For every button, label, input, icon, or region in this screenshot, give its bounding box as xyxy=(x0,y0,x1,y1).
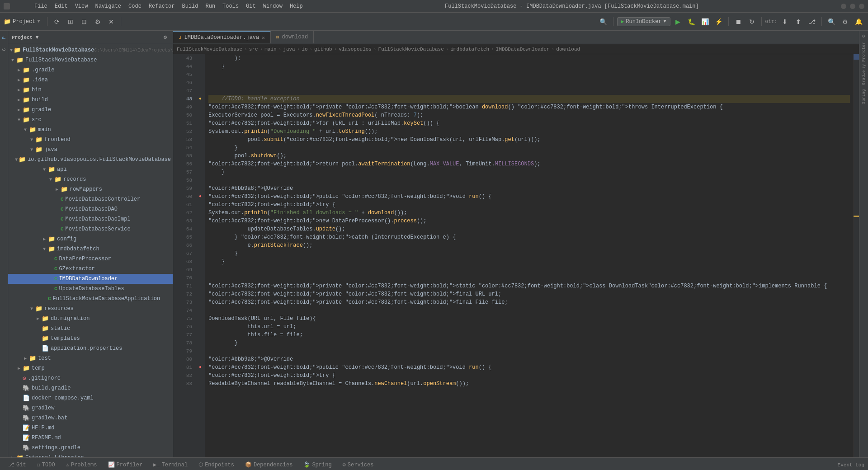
notifications-button[interactable]: 🔔 xyxy=(853,16,864,28)
code-line-62[interactable]: System.out.println("Finished all downloa… xyxy=(208,209,850,217)
code-line-69[interactable] xyxy=(208,266,850,274)
code-line-76[interactable]: this.url = url; xyxy=(208,323,850,331)
tree-item-6[interactable]: ▼📁src xyxy=(8,115,173,125)
tree-item-18[interactable]: ▶📁config xyxy=(8,234,173,244)
tree-item-32[interactable]: ⚙.gitignore xyxy=(8,373,173,383)
tree-item-9[interactable]: ▼📁java xyxy=(8,145,173,155)
find-button[interactable]: 🔍 xyxy=(826,16,837,28)
code-line-66[interactable]: e.printStackTrace(); xyxy=(208,241,850,249)
code-line-49[interactable]: "color:#cc7832;font-weight:bold;">privat… xyxy=(208,103,850,111)
menu-git[interactable]: Git xyxy=(246,3,256,9)
code-line-47[interactable] xyxy=(208,87,850,95)
code-line-55[interactable]: pool.shutdown(); xyxy=(208,152,850,160)
code-line-50[interactable]: ExecutorService pool = Executors.newFixe… xyxy=(208,111,850,119)
settings-button[interactable]: ⚙ xyxy=(92,16,104,28)
tree-item-34[interactable]: 📄docker-compose.yaml xyxy=(8,393,173,403)
code-line-54[interactable]: } xyxy=(208,144,850,152)
debug-button[interactable]: 🐛 xyxy=(686,16,698,28)
stop-button[interactable]: ⏹ xyxy=(732,16,744,28)
window-controls[interactable] xyxy=(841,4,864,9)
code-line-57[interactable]: } xyxy=(208,168,850,176)
bottom-tab-todo[interactable]: ☐ TODO xyxy=(33,459,60,470)
project-selector[interactable]: 📁 Project ▼ xyxy=(4,18,40,25)
tree-item-0[interactable]: ▼📁FullStackMovieDatabase xyxy=(8,55,173,65)
settings-gear-button[interactable]: ⚙ xyxy=(839,16,851,28)
bottom-tab-services[interactable]: ⚙ Services xyxy=(338,459,378,470)
tree-item-8[interactable]: ▼📁frontend xyxy=(8,135,173,145)
code-line-53[interactable]: pool.submit("color:#cc7832;font-weight:b… xyxy=(208,136,850,144)
tree-item-25[interactable]: ▼📁resources xyxy=(8,304,173,314)
tab-download[interactable]: m download xyxy=(271,31,314,43)
code-line-67[interactable]: } xyxy=(208,249,850,258)
code-line-74[interactable] xyxy=(208,306,850,315)
bottom-tab-dependencies[interactable]: 📦 Dependencies xyxy=(241,459,297,470)
tree-item-31[interactable]: ▶📁temp xyxy=(8,363,173,373)
collapse-button[interactable]: ⊟ xyxy=(78,16,90,28)
bc-io[interactable]: io xyxy=(302,47,307,52)
tree-item-27[interactable]: 📁static xyxy=(8,324,173,334)
left-tab-commit[interactable]: C xyxy=(0,46,8,53)
bottom-tab-endpoints[interactable]: ⬡ Endpoints xyxy=(194,459,239,470)
code-line-61[interactable]: "color:#cc7832;font-weight:bold;">try { xyxy=(208,201,850,209)
menu-edit[interactable]: Edit xyxy=(55,3,68,9)
tree-item-30[interactable]: ▶📁test xyxy=(8,353,173,363)
tree-item-36[interactable]: 🐘gradlew.bat xyxy=(8,413,173,423)
menu-file[interactable]: File xyxy=(34,3,47,9)
tree-item-13[interactable]: ▶📁rowMappers xyxy=(8,184,173,194)
code-line-77[interactable]: this.file = file; xyxy=(208,331,850,339)
code-line-64[interactable]: updateDatabaseTables.update(); xyxy=(208,225,850,233)
code-line-46[interactable] xyxy=(208,79,850,87)
tree-item-2[interactable]: ▶📁.idea xyxy=(8,75,173,85)
bc-src[interactable]: src xyxy=(249,47,258,52)
right-tab-gradle[interactable]: Gradle xyxy=(860,69,868,87)
tree-item-3[interactable]: ▶📁bin xyxy=(8,85,173,95)
code-line-71[interactable]: "color:#cc7832;font-weight:bold;">privat… xyxy=(208,282,850,290)
tree-item-10[interactable]: ▼📁io.github.vlasopoulos.FullStackMovieDa… xyxy=(8,155,173,164)
tree-item-5[interactable]: ▶📁gradle xyxy=(8,105,173,115)
code-line-70[interactable] xyxy=(208,274,850,282)
tree-item-37[interactable]: 📝HELP.md xyxy=(8,423,173,433)
close-button[interactable] xyxy=(859,4,864,9)
bottom-tab-git[interactable]: ⎇ Git xyxy=(4,459,31,470)
close-panel-button[interactable]: ✕ xyxy=(105,16,117,28)
minimize-button[interactable] xyxy=(841,4,846,9)
right-tab-spring[interactable]: Spring xyxy=(860,88,868,106)
menu-tools[interactable]: Tools xyxy=(222,3,239,9)
tree-item-22[interactable]: CIMDBDataDownloader xyxy=(8,274,173,284)
bottom-tab-spring[interactable]: 🍃 Spring xyxy=(299,459,336,470)
tree-item-21[interactable]: CGZextractor xyxy=(8,264,173,274)
code-line-44[interactable]: } xyxy=(208,62,850,70)
menu-code[interactable]: Code xyxy=(128,3,142,9)
code-line-45[interactable] xyxy=(208,70,850,79)
project-tree-root[interactable]: ▼📁FullStackMovieDatabase C:\Users\CRM114… xyxy=(8,45,173,55)
tree-item-7[interactable]: ▼📁main xyxy=(8,125,173,135)
run-button[interactable]: ▶ xyxy=(672,16,684,28)
tree-item-12[interactable]: ▼📁records xyxy=(8,174,173,184)
code-line-72[interactable]: "color:#cc7832;font-weight:bold;">privat… xyxy=(208,290,850,298)
tree-item-19[interactable]: ▼📁imdbdatafetch xyxy=(8,244,173,254)
left-tab-1[interactable]: P xyxy=(0,34,8,42)
tab-imdbdatadownloader[interactable]: J IMDBDataDownloader.java ✕ xyxy=(173,31,271,43)
menu-refactor[interactable]: Refactor xyxy=(149,3,175,9)
tree-item-38[interactable]: 📝README.md xyxy=(8,433,173,443)
bc-download[interactable]: download xyxy=(556,47,580,52)
tree-item-23[interactable]: CUpdateDatabaseTables xyxy=(8,284,173,294)
maximize-button[interactable] xyxy=(850,4,855,9)
tree-item-20[interactable]: CDataPreProcessor xyxy=(8,254,173,264)
git-branch-button[interactable]: ⎇ xyxy=(806,16,818,28)
tree-item-28[interactable]: 📁templates xyxy=(8,334,173,343)
bc-vlasopoulos[interactable]: vlasopoulos xyxy=(339,47,372,52)
code-line-68[interactable]: } xyxy=(208,258,850,266)
code-line-48[interactable]: //TODO: handle exception xyxy=(208,95,850,103)
menu-bar[interactable]: File Edit View Navigate Code Refactor Bu… xyxy=(34,3,303,9)
code-line-78[interactable]: } xyxy=(208,339,850,347)
tree-item-26[interactable]: ▶📁db.migration xyxy=(8,314,173,324)
code-area[interactable]: ); } //TODO: handle exception "color:#cc… xyxy=(205,54,854,457)
menu-build[interactable]: Build xyxy=(182,3,198,9)
code-line-75[interactable]: DownloadTask(URL url, File file){ xyxy=(208,315,850,323)
bc-java[interactable]: java xyxy=(283,47,295,52)
search-everywhere-button[interactable]: 🔍 xyxy=(598,16,609,28)
tree-item-29[interactable]: 📄application.properties xyxy=(8,343,173,353)
event-log-button[interactable]: Event Log xyxy=(838,462,864,468)
code-line-82[interactable]: "color:#cc7832;font-weight:bold;">try { xyxy=(208,371,850,380)
